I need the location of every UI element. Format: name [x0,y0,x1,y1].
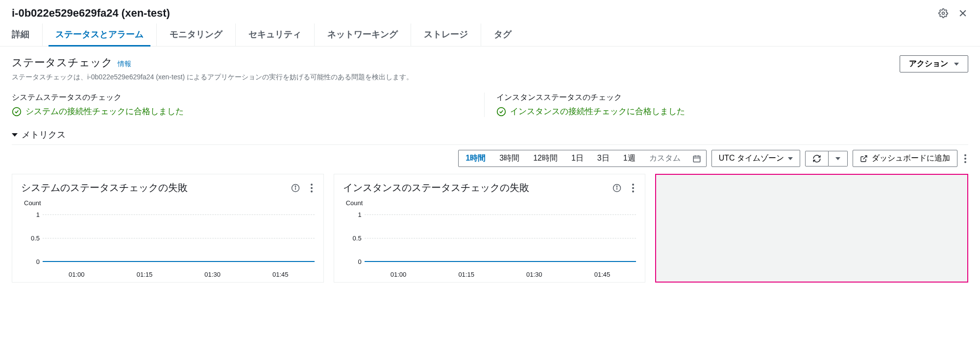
refresh-icon [812,154,821,163]
panel-system-status-failed: システムのステータスチェックの失敗 Count 1 0.5 0 01:00 [12,174,324,283]
actions-button[interactable]: アクション [900,55,968,72]
instance-title: i-0b022e529e629fa24 (xen-test) [12,7,170,20]
svg-rect-5 [693,156,700,162]
chevron-down-icon [954,63,959,66]
status-value: システムの接続性チェックに合格しました [12,106,472,117]
tab-storage[interactable]: ストレージ [411,24,481,46]
panel-more-button[interactable] [309,182,315,194]
panel-instance-status-failed: インスタンスのステータスチェックの失敗 Count 1 0.5 0 01: [334,174,646,283]
chart-system: 1 0.5 0 01:00 01:15 01:30 01:45 [21,209,315,267]
calendar-button[interactable] [687,150,706,166]
tab-networking[interactable]: ネットワーキング [315,24,411,46]
tab-monitoring[interactable]: モニタリング [157,24,236,46]
range-3d[interactable]: 3日 [590,150,616,166]
section-description: ステータスチェックは、i-0b022e529e629fa24 (xen-test… [12,73,413,82]
chevron-down-icon [835,157,840,160]
check-circle-icon [496,107,506,117]
tabs: 詳細 ステータスとアラーム モニタリング セキュリティ ネットワーキング ストレ… [0,24,980,47]
panel-header: i-0b022e529e629fa24 (xen-test) [0,0,980,24]
chart-xticks: 01:00 01:15 01:30 01:45 [365,271,637,278]
chart-ylabel: Count [24,199,315,207]
svg-point-15 [617,186,618,187]
info-icon[interactable] [612,184,621,192]
panel-more-button[interactable] [630,182,636,194]
svg-point-4 [497,107,505,116]
status-instance: インスタンスステータスのチェック インスタンスの接続性チェックに合格しました [484,93,969,117]
refresh-menu-button[interactable] [829,151,848,166]
panel-empty-highlighted [655,174,968,283]
calendar-icon [692,154,701,163]
range-3h[interactable]: 3時間 [492,150,526,166]
panel-title: システムのステータスチェックの失敗 [21,181,188,194]
section-title: ステータスチェック [12,55,113,70]
status-label: インスタンスステータスのチェック [496,93,957,103]
check-circle-icon [12,107,22,117]
range-1h[interactable]: 1時間 [459,150,492,166]
tab-security[interactable]: セキュリティ [236,24,315,46]
status-system: システムステータスのチェック システムの接続性チェックに合格しました [12,93,484,117]
refresh-button[interactable] [805,151,829,166]
tab-details[interactable]: 詳細 [12,24,43,46]
external-icon [860,155,868,163]
refresh-group [805,151,848,166]
metrics-heading: メトリクス [22,129,66,141]
timezone-select[interactable]: UTC タイムゾーン [711,150,800,167]
chevron-down-icon [788,157,793,160]
metric-panels: システムのステータスチェックの失敗 Count 1 0.5 0 01:00 [12,174,968,283]
svg-point-12 [295,186,296,187]
status-checks: システムステータスのチェック システムの接続性チェックに合格しました インスタン… [12,93,968,117]
svg-point-0 [942,12,945,15]
close-icon[interactable] [957,8,968,19]
time-range-group: 1時間 3時間 12時間 1日 3日 1週 カスタム [458,150,706,167]
svg-point-3 [13,107,21,116]
header-actions [938,8,968,19]
tab-tags[interactable]: タグ [481,24,524,46]
section-header: ステータスチェック 情報 ステータスチェックは、i-0b022e529e629f… [12,55,968,82]
tab-status-alarms[interactable]: ステータスとアラーム [43,24,157,46]
chart-xticks: 01:00 01:15 01:30 01:45 [43,271,315,278]
panel-title: インスタンスのステータスチェックの失敗 [343,181,529,194]
chart-ylabel: Count [346,199,637,207]
chevron-down-icon [12,133,18,137]
gear-icon[interactable] [938,8,949,19]
metrics-toolbar: 1時間 3時間 12時間 1日 3日 1週 カスタム UTC タイムゾーン [12,150,968,167]
svg-line-9 [863,156,867,159]
status-label: システムステータスのチェック [12,93,472,103]
info-icon[interactable] [291,184,300,192]
range-1d[interactable]: 1日 [564,150,590,166]
range-custom[interactable]: カスタム [642,150,687,166]
range-12h[interactable]: 12時間 [526,150,564,166]
info-link[interactable]: 情報 [118,60,131,69]
actions-button-label: アクション [909,59,948,69]
metrics-toggle[interactable]: メトリクス [12,129,968,145]
toolbar-more-button[interactable] [962,152,968,165]
add-to-dashboard-button[interactable]: ダッシュボードに追加 [853,150,957,167]
chart-instance: 1 0.5 0 01:00 01:15 01:30 01:45 [343,209,637,267]
range-1w[interactable]: 1週 [616,150,642,166]
status-value: インスタンスの接続性チェックに合格しました [496,106,957,117]
